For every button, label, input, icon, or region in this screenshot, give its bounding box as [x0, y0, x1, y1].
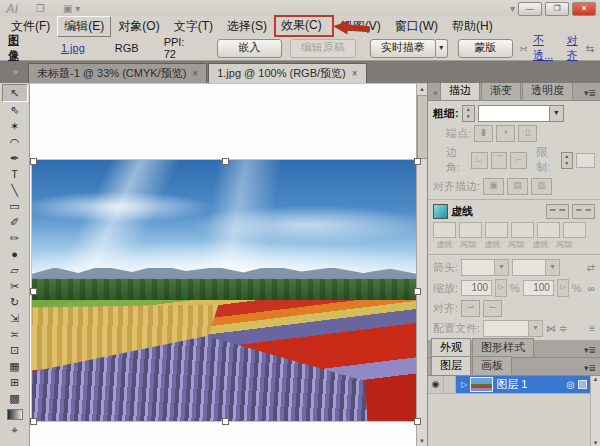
canvas[interactable]: ▲ ▼ — [30, 83, 427, 446]
direct-selection-tool[interactable]: ⇖ — [3, 102, 27, 118]
menu-item-window[interactable]: 窗口(W) — [388, 16, 445, 37]
document-tab-1jpg[interactable]: 1.jpg @ 100% (RGB/预览) × — [208, 63, 366, 83]
live-trace-button[interactable]: 实时描摹 — [370, 39, 436, 58]
eraser-tool[interactable]: ▱ — [3, 262, 27, 278]
tools-panel-header-icon[interactable]: » — [2, 67, 28, 77]
corner-miter-button[interactable]: ∟ — [471, 152, 488, 169]
dash-preset-button[interactable] — [546, 204, 569, 219]
selection-handle[interactable] — [222, 158, 229, 165]
tab-transparency[interactable]: 透明度 — [522, 83, 573, 100]
scroll-up-icon[interactable]: ▲ — [417, 84, 427, 94]
scale-end-slider-icon[interactable]: ▷ — [557, 279, 569, 297]
spinner-down-icon[interactable]: ▼ — [562, 160, 572, 167]
control-bar-end-icon[interactable]: ⇆ — [586, 43, 594, 54]
flip-across-icon[interactable]: ≑ — [559, 323, 567, 334]
layer-row[interactable]: ◉ ▷ 图层 1 ◎ — [428, 376, 591, 394]
selection-handle[interactable] — [414, 158, 421, 165]
selection-tool[interactable]: ↖ — [2, 84, 28, 102]
scale-start-slider-icon[interactable]: ▷ — [495, 279, 507, 297]
tab-graphic-styles[interactable]: 图形样式 — [472, 338, 534, 357]
scale-tool[interactable]: ⇲ — [3, 310, 27, 326]
limit-input[interactable] — [576, 153, 595, 168]
corner-bevel-button[interactable]: ⌐ — [510, 152, 527, 169]
menu-item-object[interactable]: 对象(O) — [111, 16, 166, 37]
close-tab-icon[interactable]: × — [192, 68, 198, 79]
visibility-eye-icon[interactable]: ◉ — [428, 376, 444, 393]
eyedropper-tool[interactable]: ⌖ — [3, 422, 27, 438]
menu-item-help[interactable]: 帮助(H) — [445, 16, 500, 37]
paintbrush-tool[interactable]: ✐ — [3, 214, 27, 230]
tab-artboards[interactable]: 画板 — [472, 356, 512, 375]
opacity-link[interactable]: 不透... — [533, 33, 560, 63]
align-stroke-center-button[interactable]: ▣ — [483, 178, 504, 195]
dash-input-2[interactable] — [485, 222, 508, 238]
layer-name[interactable]: 图层 1 — [496, 377, 527, 392]
arrowhead-end-select[interactable]: ▾ — [512, 259, 560, 276]
arrange-documents-icon[interactable]: ▣ ▾ — [63, 3, 80, 14]
gap-input-1[interactable] — [459, 222, 482, 238]
corner-round-button[interactable]: ⌒ — [491, 152, 508, 169]
scale-end-input[interactable]: 100 — [523, 280, 554, 296]
rotate-tool[interactable]: ↻ — [3, 294, 27, 310]
bridge-icon[interactable]: ❒ — [36, 3, 45, 14]
cap-round-button[interactable]: ◖ — [496, 125, 515, 142]
spinner-up-icon[interactable]: ▲ — [463, 106, 474, 113]
scrollbar-thumb[interactable] — [417, 95, 427, 159]
panel-menu-icon[interactable]: ▾≣ — [580, 363, 600, 375]
dash-input-3[interactable] — [537, 222, 560, 238]
dash-input-1[interactable] — [433, 222, 456, 238]
arrowhead-start-select[interactable]: ▾ — [461, 259, 509, 276]
document-tab-untitled[interactable]: 未标题-1 @ 33% (CMYK/预览) × — [28, 63, 207, 83]
weight-stepper[interactable]: ▲▼ — [462, 105, 475, 122]
embed-button[interactable]: 嵌入 — [217, 39, 282, 58]
selection-handle[interactable] — [414, 288, 421, 295]
link-scales-icon[interactable]: ∞ — [588, 283, 595, 294]
menu-item-edit[interactable]: 编辑(E) — [57, 16, 111, 37]
align-stroke-inside-button[interactable]: ▤ — [507, 178, 528, 195]
layers-scrollbar[interactable]: ▲ ▼ — [590, 376, 600, 446]
tab-gradient[interactable]: 渐变 — [481, 83, 521, 100]
restore-button[interactable]: ❐ — [545, 2, 569, 16]
panel-menu-icon[interactable]: ▾≣ — [580, 345, 600, 357]
menu-item-type[interactable]: 文字(T) — [167, 16, 220, 37]
selection-handle[interactable] — [30, 418, 37, 425]
scroll-down-icon[interactable]: ▼ — [591, 440, 600, 446]
tab-stroke[interactable]: 描边 — [440, 83, 480, 100]
layer-selection-indicator[interactable] — [578, 380, 587, 389]
collapse-panel-icon[interactable]: « — [431, 88, 440, 100]
blob-brush-tool[interactable]: ● — [3, 246, 27, 262]
scissors-tool[interactable]: ✂ — [3, 278, 27, 294]
mesh-tool[interactable]: ▩ — [3, 390, 27, 406]
selection-handle[interactable] — [30, 288, 37, 295]
tab-layers[interactable]: 图层 — [431, 356, 471, 375]
pen-tool[interactable]: ✒ — [3, 150, 27, 166]
scroll-down-icon[interactable]: ▼ — [417, 436, 427, 446]
gap-input-2[interactable] — [511, 222, 534, 238]
chevron-down-icon[interactable]: ▾ — [494, 260, 508, 275]
chevron-down-icon[interactable]: ▾ — [545, 260, 559, 275]
panel-menu-icon[interactable]: ▾≣ — [580, 88, 600, 100]
free-transform-tool[interactable]: ⊡ — [3, 342, 27, 358]
swap-arrowheads-icon[interactable]: ⇄ — [587, 262, 595, 273]
width-tool[interactable]: ≍ — [3, 326, 27, 342]
align-link[interactable]: 对齐 — [567, 33, 586, 63]
type-tool[interactable]: T — [3, 166, 27, 182]
layer-selected-area[interactable]: ▷ 图层 1 ◎ — [459, 376, 591, 393]
lock-toggle[interactable] — [444, 376, 456, 393]
line-tool[interactable]: ╲ — [3, 182, 27, 198]
live-trace-dropdown-icon[interactable]: ▾ — [436, 39, 448, 58]
rectangle-tool[interactable]: ▭ — [3, 198, 27, 214]
canvas-vertical-scrollbar[interactable]: ▲ ▼ — [416, 84, 427, 446]
filename-link[interactable]: 1.jpg — [61, 42, 85, 54]
cap-projecting-button[interactable]: ▯ — [518, 125, 537, 142]
close-tab-icon[interactable]: × — [352, 68, 358, 79]
placed-image[interactable] — [32, 160, 417, 421]
mask-button[interactable]: 蒙版 — [458, 39, 513, 58]
spinner-up-icon[interactable]: ▲ — [562, 153, 572, 160]
flip-along-icon[interactable]: ⋈ — [546, 323, 556, 334]
lasso-tool[interactable]: ◠ — [3, 134, 27, 150]
profile-select[interactable]: ▾ — [483, 320, 543, 337]
spinner-down-icon[interactable]: ▼ — [463, 113, 474, 120]
align-arrow-end-button[interactable]: ↼ — [483, 300, 502, 317]
selection-handle[interactable] — [30, 158, 37, 165]
